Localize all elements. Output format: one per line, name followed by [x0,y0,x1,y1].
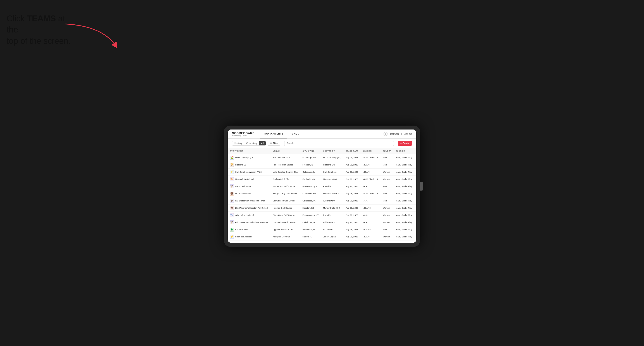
cell-hosted-by-4: Pikeville [321,183,344,190]
table-row: 🦅 UPIKE Fall Invite StoneCrest Golf Cour… [228,183,416,190]
col-gender: GENDER [380,148,394,154]
cell-event-name: 🐎 Maverick Invitational [228,175,270,183]
settings-icon[interactable]: ⚙ [384,132,388,136]
event-name-9: Fall Statesmen Invitational - Women [235,221,268,223]
event-name-2: Carl Sandburg Women FA23 [235,171,262,173]
team-icon-7: 🦬 [230,206,234,210]
cell-division-9: NAIA [360,219,380,226]
table-row: 🌲 VU PREVIEW Cypress Hills Golf Club Vin… [228,226,416,233]
cell-venue-11: Kokopelli Golf Club [270,233,300,240]
nav-tournaments[interactable]: TOURNAMENTS [260,130,287,139]
cell-scoring-6: team, Stroke Play [394,197,414,204]
cell-venue-9: Edmundson Golf Course [270,219,300,226]
cell-venue-1: Park Hills Golf Course [270,161,300,168]
filter-label: Filter [273,142,278,145]
filter-hosting[interactable]: Hosting [232,141,244,146]
cell-actions-1: ✏ Edit [414,161,416,168]
create-button[interactable]: + Create [398,141,412,146]
event-name-6: Fall Statesmen Invitational - Men [235,199,265,202]
logo-text: SCOREBOARD [232,132,255,135]
cell-event-name: ⚡ Carl Sandburg Women FA23 [228,168,270,175]
col-scoring: SCORING [394,148,414,154]
cell-scoring-11: team, Stroke Play [394,233,414,240]
cell-gender-1: Men [380,161,394,168]
cell-scoring-3: team, Stroke Play [394,175,414,183]
cell-division-4: NAIA [360,183,380,190]
cell-city-state-6: Oskaloosa, IA [300,197,321,204]
cell-actions-11: ✏ Edit [414,233,416,240]
cell-division-3: NCAA Division II [360,175,380,183]
cell-actions-8: ✏ Edit [414,211,416,219]
filter-icon: ☰ [270,142,272,145]
signout-link[interactable]: Sign out [404,133,412,135]
table-container: EVENT NAME VENUE CITY, STATE HOSTED BY S… [228,148,416,240]
cell-actions-10: ✏ Edit [414,226,416,233]
cell-actions-7: ✏ Edit [414,204,416,211]
cell-start-date-11: Aug 28, 2023 [344,233,360,240]
nav-right: ⚙ Test User | Sign out [384,132,412,136]
filter-competing[interactable]: Competing [244,141,259,146]
cell-city-state-1: Freeport, IL [300,161,321,168]
tablet-frame: SCOREBOARD Powered by Clippit TOURNAMENT… [224,126,420,247]
cell-gender-4: Men [380,183,394,190]
cell-hosted-by-2: Carl Sandburg [321,168,344,175]
filter-tabs: Hosting Competing All [232,141,266,146]
cell-city-state-9: Oskaloosa, IA [300,219,321,226]
cell-venue-3: Faribault Golf Club [270,175,300,183]
cell-gender-10: Men [380,226,394,233]
event-name-0: MSMC Qualifying 1 [235,156,253,159]
table-row: 🐾 upike fall invitational StoneCrest Gol… [228,211,416,219]
cell-city-state-3: Faribault, MN [300,175,321,183]
cell-gender-0: Men [380,154,394,161]
cell-venue-8: StoneCrest Golf Course [270,211,300,219]
filter-button[interactable]: ☰ Filter [268,141,280,146]
cell-division-11: NICAA I [360,233,380,240]
cell-venue-10: Cypress Hills Golf Club [270,226,300,233]
cell-division-10: NICAA II [360,226,380,233]
table-row: ⚡ Carl Sandburg Women FA23 Lake Bracken … [228,168,416,175]
cell-start-date-2: Aug 26, 2023 [344,168,360,175]
cell-scoring-5: team, Stroke Play [394,190,414,197]
cell-actions-4: ✏ Edit [414,183,416,190]
table-body: ⛳ MSMC Qualifying 1 The Powelton Club Ne… [228,154,416,240]
cell-city-state-4: Prestonsburg, KY [300,183,321,190]
cell-venue-5: Ruttger's Bay Lake Resort [270,190,300,197]
cell-start-date-8: Aug 28, 2023 [344,211,360,219]
cell-hosted-by-8: Pikeville [321,211,344,219]
cell-gender-5: Men [380,190,394,197]
col-event-name: EVENT NAME [228,148,270,154]
filter-all[interactable]: All [259,141,266,146]
cell-scoring-1: team, Stroke Play [394,161,414,168]
event-name-7: 2023 Women's Hesston Fall Kickoff [235,207,268,209]
nav-bar: SCOREBOARD Powered by Clippit TOURNAMENT… [228,130,416,139]
cell-venue-4: StoneCrest Golf Course [270,183,300,190]
team-icon-0: ⛳ [230,156,234,160]
cell-start-date-7: Aug 28, 2023 [344,204,360,211]
event-name-1: Highland 36 [235,164,246,166]
table-row: 🐻 Morris Invitational Ruttger's Bay Lake… [228,190,416,197]
search-input[interactable] [284,141,394,146]
team-icon-6: 🦅 [230,199,234,203]
tournaments-table: EVENT NAME VENUE CITY, STATE HOSTED BY S… [228,148,416,240]
logo-area: SCOREBOARD Powered by Clippit [232,132,255,136]
cell-hosted-by-3: Minnesota State [321,175,344,183]
cell-gender-9: Women [380,219,394,226]
cell-start-date-9: Aug 28, 2023 [344,219,360,226]
table-row: 🏆 Highland 36 Park Hills Golf Course Fre… [228,161,416,168]
cell-event-name: 🏆 Highland 36 [228,161,270,168]
table-row: ⚡ Klash at Kokopelli Kokopelli Golf Club… [228,233,416,240]
instruction-text: Click TEAMS at thetop of the screen. [6,13,72,47]
cell-scoring-2: team, Stroke Play [394,168,414,175]
cell-event-name: 🐻 Morris Invitational [228,190,270,197]
event-name-5: Morris Invitational [235,192,251,195]
create-label: Create [402,142,409,145]
cell-actions-2: ✏ Edit [414,168,416,175]
cell-gender-7: Women [380,204,394,211]
cell-scoring-4: team, Stroke Play [394,183,414,190]
cell-gender-3: Women [380,175,394,183]
table-row: 🦅 Fall Statesmen Invitational - Women Ed… [228,219,416,226]
nav-teams[interactable]: TEAMS [287,130,303,139]
event-name-3: Maverick Invitational [235,178,254,180]
cell-scoring-0: team, Stroke Play [394,154,414,161]
cell-scoring-7: team, Stroke Play [394,204,414,211]
